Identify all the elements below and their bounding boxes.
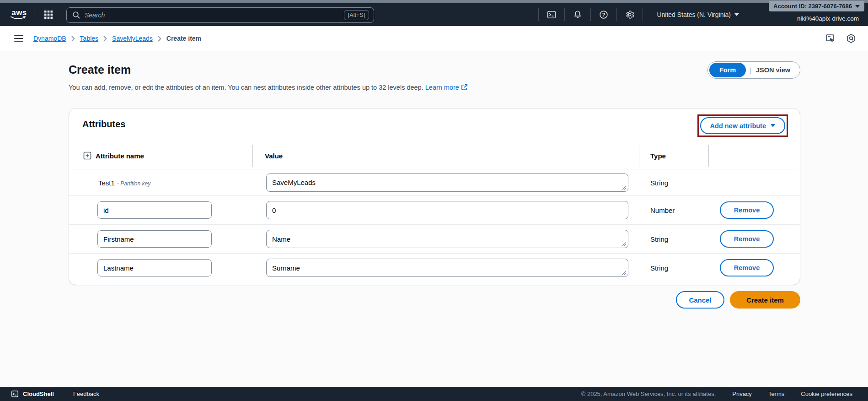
attribute-value-input[interactable] [266,230,628,248]
attribute-value-input[interactable] [266,259,628,277]
region-label: United States (N. Virginia) [657,11,731,18]
attribute-name-input[interactable] [97,201,212,219]
topbar-divider [36,8,36,21]
attribute-value-input[interactable] [266,201,628,219]
cookie-preferences-link[interactable]: Cookie preferences [801,390,852,397]
settings-gear-icon[interactable] [624,9,635,20]
notifications-bell-icon[interactable] [572,9,583,20]
account-id-tooltip[interactable]: Account ID: 2397-6076-7686 [769,1,864,11]
console-footer: CloudShell Feedback © 2025, Amazon Web S… [0,387,868,401]
column-header-value: Value [265,152,283,160]
account-email: niki%40apix-drive.com [797,15,859,22]
attribute-name-input[interactable] [97,230,212,248]
services-grid-icon[interactable] [43,10,54,20]
chevron-right-icon [158,36,161,42]
window-top-strip [0,0,868,3]
resize-handle-icon[interactable] [622,185,627,190]
attribute-value-input[interactable] [266,173,628,192]
cloudshell-launcher[interactable]: CloudShell [11,390,54,398]
region-selector[interactable]: United States (N. Virginia) [657,11,739,18]
attributes-panel-title: Attributes [82,119,125,130]
add-new-attribute-button[interactable]: Add new attribute [700,117,785,134]
column-header-attribute-name: Attribute name [96,152,144,160]
breadcrumb-current: Create item [166,35,201,42]
column-divider [252,145,253,167]
feedback-link[interactable]: Feedback [73,390,99,397]
topbar-divider [616,8,617,21]
breadcrumb: DynamoDB Tables SaveMyLeads Create item [33,35,201,42]
chevron-right-icon [71,36,75,42]
privacy-link[interactable]: Privacy [732,390,752,397]
chevron-right-icon [103,36,107,42]
breadcrumb-link-dynamodb[interactable]: DynamoDB [33,35,66,42]
chevron-down-icon [771,124,775,127]
breadcrumb-bar: DynamoDB Tables SaveMyLeads Create item [0,26,868,51]
search-shortcut-badge: [Alt+S] [344,10,369,20]
form-view-tab[interactable]: Form [709,63,746,77]
json-view-tab[interactable]: JSON view [756,66,798,74]
attribute-type-label: String [650,235,668,243]
console-topbar: aws [Alt+S] [0,3,868,26]
column-header-type: Type [650,152,666,160]
aws-console-screen: aws [Alt+S] [0,0,868,401]
attribute-row: String Remove [69,224,800,253]
resize-handle-icon[interactable] [622,242,627,246]
side-nav-toggle[interactable] [14,33,23,43]
attribute-row-partition-key: Test1- Partition key String [69,169,800,195]
cancel-button[interactable]: Cancel [676,291,724,309]
remove-attribute-button[interactable]: Remove [720,230,774,248]
copyright-text: © 2025, Amazon Web Services, Inc. or its… [581,390,716,397]
partition-key-suffix: - Partition key [117,180,150,186]
aws-logo-text: aws [10,10,28,16]
learn-more-link[interactable]: Learn more [425,84,468,91]
attribute-type-label: String [650,264,668,272]
attribute-type-label: String [650,179,668,186]
cloudshell-label: CloudShell [23,390,54,397]
resize-handle-icon[interactable] [622,271,627,275]
attribute-type-label: Number [650,206,675,214]
topbar-divider [643,8,643,21]
create-item-button[interactable]: Create item [730,291,800,309]
svg-text:?: ? [602,12,605,17]
attribute-row: Number Remove [69,195,800,224]
column-divider [639,145,639,167]
annotation-highlight-box: Add new attribute [697,114,788,137]
expand-all-icon [83,152,91,160]
breadcrumb-link-savemyleads[interactable]: SaveMyLeads [112,35,153,42]
aws-logo[interactable]: aws [10,10,28,20]
chevron-down-icon [855,5,860,8]
form-actions: Cancel Create item [676,291,800,309]
main-content: Create item You can add, remove, or edit… [0,51,868,387]
column-divider [708,145,709,167]
topbar-divider [564,8,565,21]
attribute-row: String Remove [69,253,800,282]
search-icon [72,11,80,19]
account-menu[interactable]: Account ID: 2397-6076-7686 niki%40apix-d… [745,3,868,26]
global-search[interactable]: [Alt+S] [66,7,374,23]
page-title: Create item [69,63,131,76]
cloudshell-icon [11,390,19,398]
page-description: You can add, remove, or edit the attribu… [69,84,468,91]
toggle-separator: | [750,66,751,74]
amazon-q-icon[interactable] [846,33,857,44]
chevron-down-icon [734,13,739,16]
attributes-table-header: Attribute name Value Type [69,143,800,169]
breadcrumb-link-tables[interactable]: Tables [80,35,98,42]
attributes-panel: Attributes Add new attribute Attribute n… [69,108,800,285]
remove-attribute-button[interactable]: Remove [720,259,774,276]
topbar-divider [538,8,539,21]
external-link-icon [461,84,468,91]
cloudshell-icon[interactable] [546,9,557,20]
remove-attribute-button[interactable]: Remove [720,201,774,219]
view-mode-toggle: Form | JSON view [707,61,800,79]
help-icon[interactable]: ? [598,9,609,20]
attribute-name-label: Test1- Partition key [98,179,150,186]
search-input[interactable] [85,11,344,19]
topbar-divider [590,8,591,21]
attribute-name-input[interactable] [97,259,212,276]
terms-link[interactable]: Terms [768,390,784,397]
split-panel-icon[interactable] [825,33,836,44]
